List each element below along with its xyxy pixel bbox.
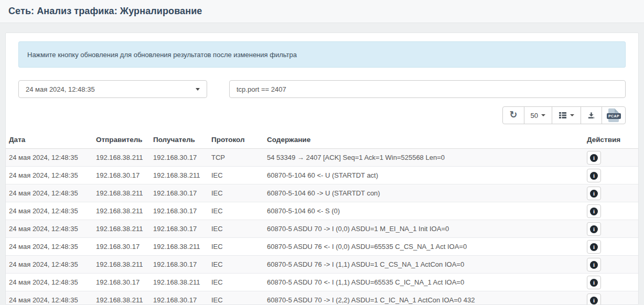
cell-content: 60870-5 ASDU 76 -> I (1,1) ASDU=1 C_CS_N… <box>264 256 584 274</box>
column-header-destination: Получатель <box>150 131 208 149</box>
cell-date: 24 мая 2024, 12:48:35 <box>6 256 93 274</box>
cell-source: 192.168.38.211 <box>93 291 150 305</box>
column-header-source: Отправитель <box>93 131 150 149</box>
info-icon: i <box>590 172 598 180</box>
cell-source: 192.168.38.211 <box>93 184 150 202</box>
table-toolbar: ↻ 50 <box>18 106 626 124</box>
cell-actions: i <box>584 238 639 256</box>
cell-content: 60870-5 ASDU 76 <- I (0,0) ASDU=65535 C_… <box>264 238 584 256</box>
toolbar-button-group: ↻ 50 <box>502 106 626 124</box>
packet-filter-input[interactable] <box>229 80 626 98</box>
cell-date: 24 мая 2024, 12:48:35 <box>6 149 93 167</box>
cell-destination: 192.168.30.17 <box>150 184 208 202</box>
cell-source: 192.168.38.211 <box>93 256 150 274</box>
cell-destination: 192.168.30.17 <box>150 291 208 305</box>
refresh-button[interactable]: ↻ <box>502 106 524 124</box>
cell-content: 60870-5-104 60 <- U (STARTDT act) <box>264 167 584 184</box>
info-icon: i <box>590 297 598 304</box>
download-button[interactable] <box>581 106 602 124</box>
cell-date: 24 мая 2024, 12:48:35 <box>6 220 93 238</box>
cell-content: 60870-5 ASDU 70 -> I (0,0) ASDU=1 M_EI_N… <box>264 220 584 238</box>
cell-protocol: IEC <box>208 167 264 184</box>
cell-source: 192.168.30.17 <box>93 167 150 184</box>
packet-info-button[interactable]: i <box>587 240 601 254</box>
cell-protocol: IEC <box>208 238 264 256</box>
table-row: 24 мая 2024, 12:48:35 192.168.38.211 192… <box>6 202 639 220</box>
info-icon: i <box>590 261 598 269</box>
table-row: 24 мая 2024, 12:48:35 192.168.30.17 192.… <box>6 274 639 291</box>
packet-info-button[interactable]: i <box>587 151 601 165</box>
time-range-value: 24 мая 2024, 12:48:35 <box>26 85 95 93</box>
cell-date: 24 мая 2024, 12:48:35 <box>6 202 93 220</box>
cell-protocol: IEC <box>208 184 264 202</box>
page-size-button[interactable]: 50 <box>524 106 552 124</box>
info-icon: i <box>590 208 598 215</box>
packet-info-button[interactable]: i <box>587 258 601 271</box>
packet-info-button[interactable]: i <box>587 276 601 289</box>
pcap-file-icon: PCAP <box>608 108 619 122</box>
table-body: 24 мая 2024, 12:48:35 192.168.38.211 192… <box>6 149 639 305</box>
column-header-date: Дата <box>6 131 93 149</box>
table-row: 24 мая 2024, 12:48:35 192.168.38.211 192… <box>6 184 639 202</box>
time-range-select[interactable]: 24 мая 2024, 12:48:35 <box>18 80 207 98</box>
cell-destination: 192.168.30.17 <box>150 220 208 238</box>
cell-source: 192.168.38.211 <box>93 220 150 238</box>
info-icon: i <box>590 190 598 198</box>
list-columns-icon <box>559 112 567 119</box>
cell-content: 60870-5 ASDU 70 <- I (1,1) ASDU=65535 C_… <box>264 274 584 291</box>
cell-actions: i <box>584 220 639 238</box>
packet-info-button[interactable]: i <box>587 169 601 182</box>
packet-info-button[interactable]: i <box>587 293 601 305</box>
column-header-protocol: Протокол <box>208 131 264 149</box>
refresh-icon: ↻ <box>509 110 517 119</box>
cell-date: 24 мая 2024, 12:48:35 <box>6 238 93 256</box>
table-header: Дата Отправитель Получатель Протокол Сод… <box>6 131 639 149</box>
info-icon: i <box>590 154 598 162</box>
cell-destination: 192.168.38.211 <box>150 274 208 291</box>
table-row: 24 мая 2024, 12:48:35 192.168.30.17 192.… <box>6 238 639 256</box>
table-row: 24 мая 2024, 12:48:35 192.168.38.211 192… <box>6 256 639 274</box>
cell-content: 54 53349 → 2407 [ACK] Seq=1 Ack=1 Win=52… <box>264 149 584 167</box>
column-header-actions: Действия <box>584 131 639 149</box>
cell-protocol: IEC <box>208 202 264 220</box>
packet-info-button[interactable]: i <box>587 187 601 200</box>
content-card: Нажмите кнопку обновления для обновления… <box>5 32 639 305</box>
page-header: Сеть: Анализ трафика: Журналирование <box>0 0 644 23</box>
info-banner-text: Нажмите кнопку обновления для обновления… <box>27 51 297 59</box>
cell-destination: 192.168.38.211 <box>150 167 208 184</box>
info-banner: Нажмите кнопку обновления для обновления… <box>18 41 626 68</box>
cell-content: 60870-5-104 60 <- S (0) <box>264 202 584 220</box>
cell-protocol: IEC <box>208 220 264 238</box>
cell-protocol: IEC <box>208 291 264 305</box>
pcap-label: PCAP <box>607 113 621 119</box>
packet-info-button[interactable]: i <box>587 204 601 218</box>
table-row: 24 мая 2024, 12:48:35 192.168.30.17 192.… <box>6 167 639 184</box>
chevron-down-icon <box>570 114 574 116</box>
table-row: 24 мая 2024, 12:48:35 192.168.38.211 192… <box>6 220 639 238</box>
cell-actions: i <box>584 274 639 291</box>
info-icon: i <box>590 243 598 251</box>
page-title: Сеть: Анализ трафика: Журналирование <box>8 6 202 17</box>
chevron-down-icon <box>196 88 200 91</box>
columns-button[interactable] <box>552 106 581 124</box>
filter-row: 24 мая 2024, 12:48:35 <box>18 80 626 98</box>
cell-actions: i <box>584 202 639 220</box>
cell-actions: i <box>584 167 639 184</box>
cell-source: 192.168.30.17 <box>93 274 150 291</box>
table-row: 24 мая 2024, 12:48:35 192.168.38.211 192… <box>6 291 639 305</box>
download-icon <box>587 112 595 119</box>
cell-destination: 192.168.30.17 <box>150 256 208 274</box>
column-header-content: Содержание <box>264 131 584 149</box>
cell-protocol: IEC <box>208 256 264 274</box>
cell-destination: 192.168.38.211 <box>150 238 208 256</box>
cell-date: 24 мая 2024, 12:48:35 <box>6 291 93 305</box>
packet-info-button[interactable]: i <box>587 222 601 236</box>
cell-actions: i <box>584 256 639 274</box>
cell-content: 60870-5 ASDU 70 -> I (2,2) ASDU=1 C_IC_N… <box>264 291 584 305</box>
info-icon: i <box>590 279 598 287</box>
cell-actions: i <box>584 149 639 167</box>
pcap-export-button[interactable]: PCAP <box>602 106 626 124</box>
cell-content: 60870-5-104 60 -> U (STARTDT con) <box>264 184 584 202</box>
cell-date: 24 мая 2024, 12:48:35 <box>6 274 93 291</box>
chevron-down-icon <box>541 114 545 116</box>
